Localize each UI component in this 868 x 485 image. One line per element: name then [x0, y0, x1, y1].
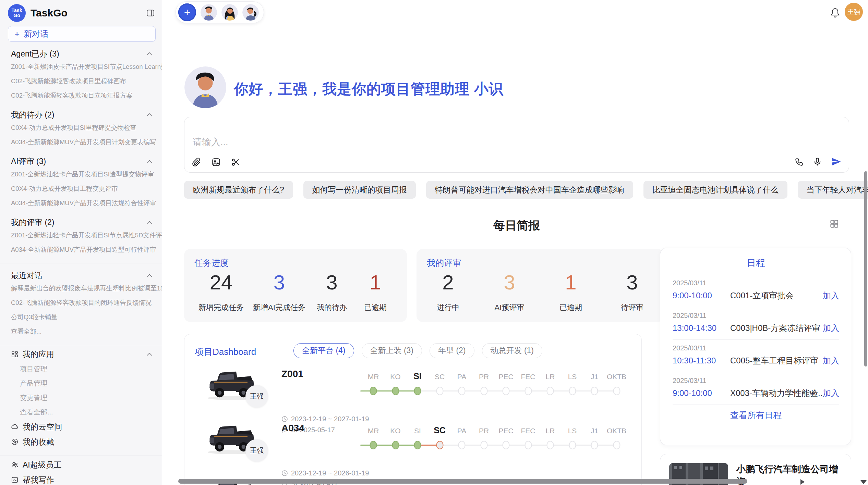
agent-avatar-3[interactable] [242, 4, 259, 21]
project-row[interactable]: 王强 A034 2023-12-19 ~ 2026-01-19 SC-2025-… [184, 420, 641, 474]
new-chat-button[interactable]: + 新对话 [8, 26, 156, 42]
app-item-product-mgmt[interactable]: 产品管理 [0, 376, 162, 390]
sidebar-task-item[interactable]: Z001-全新燃油皮卡产品开发项目SI节点Lesson Learn报告 [0, 60, 162, 74]
sidebar-task-item[interactable]: C02-飞腾新能源轻客改款项目立项汇报方案 [0, 88, 162, 103]
recent-chat-item[interactable]: 公司Q3轻卡销量 [0, 310, 162, 324]
scroll-right-arrow[interactable] [800, 479, 805, 485]
chevron-up-icon[interactable] [147, 221, 152, 224]
agent-avatar-2[interactable] [221, 4, 238, 21]
chevron-up-icon[interactable] [147, 113, 152, 116]
recent-view-all[interactable]: 查看全部... [0, 324, 162, 339]
view-all-schedule-link[interactable]: 查看所有日程 [673, 410, 839, 421]
scroll-down-arrow[interactable] [860, 480, 867, 484]
filter-new-body[interactable]: 全新上装 (3) [362, 343, 422, 358]
chevron-up-icon[interactable] [147, 274, 152, 277]
milestone-dot[interactable] [503, 387, 510, 395]
sidebar-collapse-icon[interactable] [146, 9, 155, 17]
sidebar-task-item[interactable]: C0X4-动力总成开发项目工程变更评审 [0, 182, 162, 196]
suggestion-chip[interactable]: 如何写一份清晰的项目周报 [303, 181, 416, 199]
milestone-dot[interactable] [370, 441, 377, 449]
milestone-dot[interactable] [370, 387, 377, 395]
milestone-dot[interactable] [569, 387, 576, 395]
send-icon[interactable] [831, 157, 841, 167]
join-link[interactable]: 加入 [823, 388, 839, 399]
section-ai-review[interactable]: AI评审 (3) [0, 156, 162, 167]
suggestion-chip[interactable]: 特朗普可能对进口汽车增税会对中国车企造成哪些影响 [426, 181, 633, 199]
milestone-dot[interactable] [591, 441, 598, 449]
milestone-dot[interactable] [458, 441, 466, 449]
join-link[interactable]: 加入 [823, 290, 839, 301]
filter-all-platform[interactable]: 全新平台 (4) [293, 343, 354, 358]
section-my-review[interactable]: 我的评审 (2) [0, 216, 162, 228]
phone-icon[interactable] [795, 157, 804, 166]
chevron-up-icon[interactable] [147, 52, 152, 55]
milestone-dot[interactable] [392, 387, 399, 395]
agent-avatar-1[interactable] [201, 4, 217, 21]
sidebar-task-item[interactable]: C0X4-动力总成开发项目SI里程碑提交物检查 [0, 121, 162, 135]
milestone-dot[interactable] [591, 387, 598, 395]
join-link[interactable]: 加入 [823, 323, 839, 334]
section-recent-chats[interactable]: 最近对话 [0, 270, 162, 281]
image-icon[interactable] [212, 158, 221, 167]
milestone-dot[interactable] [458, 387, 466, 395]
sidebar-task-item[interactable]: A034-全新新能源MUV产品开发项目造型可行性评审 [0, 242, 162, 257]
suggestion-chip[interactable]: 当下年轻人对汽车外观有怎样的喜好趋势 [798, 181, 868, 199]
suggestion-chip[interactable]: 比亚迪全固态电池计划具体说了什么 [643, 181, 787, 199]
milestone-dot[interactable] [613, 441, 620, 449]
add-agent-button[interactable]: + [178, 3, 196, 21]
suggestion-chip[interactable]: 欧洲新规最近颁布了什么? [184, 181, 293, 199]
mic-icon[interactable] [813, 157, 822, 166]
sidebar-item-help-write[interactable]: 帮我写作 [0, 472, 162, 485]
sidebar-task-item[interactable]: Z001-全新燃油轻卡产品开发项目SI节点属性5D文件评审 [0, 228, 162, 242]
section-my-todo[interactable]: 我的待办 (2) [0, 109, 162, 121]
sidebar-task-item[interactable]: Z001-全新燃油轻卡产品开发项目SI造型提交物评审 [0, 167, 162, 182]
paperclip-icon[interactable] [192, 158, 201, 167]
chevron-up-icon[interactable] [147, 352, 152, 356]
milestone-dot[interactable] [547, 441, 554, 449]
sidebar-task-item[interactable]: A034-全新新能源MUV产品开发项目计划变更表编写 [0, 135, 162, 149]
milestone-dot[interactable] [480, 441, 487, 449]
milestone-dot[interactable] [569, 441, 576, 449]
sidebar-item-favorites[interactable]: 我的收藏 [0, 434, 162, 449]
recent-chat-item[interactable]: 解释最新出台的欧盟报废车法规再生塑料比例被调至15%... [0, 281, 162, 296]
project-name[interactable]: Z001 [281, 369, 303, 380]
sidebar-task-item[interactable]: A034-全新新能源MUV产品开发项目法规符合性评审 [0, 196, 162, 210]
milestone-dot[interactable] [436, 387, 443, 395]
chat-input-placeholder[interactable]: 请输入... [193, 136, 228, 148]
filter-powertrain[interactable]: 动总开发 (1) [482, 343, 543, 358]
chevron-up-icon[interactable] [147, 160, 152, 163]
scissors-icon[interactable] [231, 158, 240, 167]
milestone-dot[interactable] [525, 441, 532, 449]
milestone-dot[interactable] [525, 387, 532, 395]
user-avatar[interactable]: 王强 [845, 3, 863, 21]
milestone-dot[interactable] [503, 441, 510, 449]
milestone-dot[interactable] [392, 441, 399, 449]
milestone-dot[interactable] [414, 441, 421, 449]
app-item-view-all[interactable]: 查看全部... [0, 405, 162, 419]
schedule-event-name: X003-车辆动力学性能验... [730, 388, 823, 399]
notification-bell-icon[interactable] [830, 8, 840, 18]
app-item-change-mgmt[interactable]: 变更管理 [0, 390, 162, 405]
project-row[interactable]: 王强 Z001 2023-12-19 ~ 2027-01-19 SI-2025-… [184, 366, 641, 420]
sidebar-item-my-apps[interactable]: 我的应用 [0, 347, 162, 362]
milestone-dot[interactable] [480, 387, 487, 395]
section-agent-done[interactable]: Agent已办 (3) [0, 48, 162, 60]
sidebar-task-item[interactable]: C02-飞腾新能源轻客改款项目里程碑画布 [0, 74, 162, 88]
join-link[interactable]: 加入 [823, 355, 839, 366]
project-name[interactable]: A034 [281, 423, 304, 434]
milestone-dot[interactable] [436, 441, 443, 449]
sidebar-item-ai-employee[interactable]: AI超级员工 [0, 457, 162, 472]
vertical-scrollbar[interactable] [864, 171, 867, 366]
sidebar-item-cloud-space[interactable]: 我的云空间 [0, 419, 162, 434]
app-item-project-mgmt[interactable]: 项目管理 [0, 362, 162, 376]
filter-model-year[interactable]: 年型 (2) [430, 343, 474, 358]
chat-input-box[interactable]: 请输入... [184, 117, 849, 173]
recent-chat-item[interactable]: C02-飞腾新能源轻客改款项目的闭环通告反馈情况 [0, 296, 162, 310]
project-owner-badge: 王强 [245, 439, 268, 462]
milestone-dot[interactable] [414, 387, 421, 395]
milestone-dot[interactable] [547, 387, 554, 395]
grid-layout-icon[interactable] [830, 219, 839, 228]
horizontal-scrollbar[interactable] [178, 479, 747, 484]
milestone-track: MRKOSISCPAPRPECFECLRLSJ1OKTB [358, 427, 632, 458]
milestone-dot[interactable] [613, 387, 620, 395]
